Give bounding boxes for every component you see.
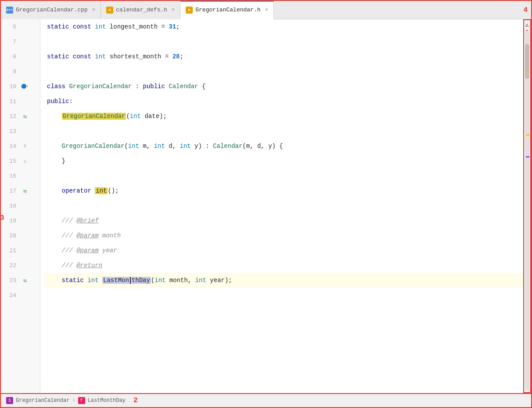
line-num-23: 23 (1, 277, 21, 284)
line-num-9: 9 (1, 68, 21, 75)
line-num-10: 10 (1, 83, 21, 90)
text-12: date); (141, 113, 167, 120)
gutter-row-9: 9 (1, 64, 40, 79)
fn-gregor-14: GregorianCalendar (62, 143, 125, 150)
code-line-19: /// @brief (45, 213, 523, 228)
gutter-row-21: 21 (1, 243, 40, 258)
code-line-10: class GregorianCalendar : public Calenda… (45, 79, 523, 94)
brace-10: { (198, 83, 206, 90)
tab-bar: C++ GregorianCalendar.cpp × H calendar_d… (1, 1, 531, 19)
code-line-18 (45, 198, 523, 213)
type-int-14a: int (128, 143, 139, 150)
paren-23: ( (151, 277, 155, 284)
line-num-11: 11 (1, 98, 21, 105)
comment-19a: /// (62, 217, 77, 224)
code-line-8: static const int shortest_month = 28; (45, 49, 523, 64)
gutter-row-23: 23 ⇆ (1, 273, 40, 288)
paren-12a: ( (126, 113, 129, 120)
indent-19 (47, 217, 62, 224)
gutter-row-11: 11 (1, 94, 40, 109)
text-14b: d, (165, 143, 180, 150)
type-int-23a: int (155, 277, 165, 284)
code-line-16 (45, 168, 523, 183)
indent-17 (47, 187, 62, 194)
marker-14: ▽ (21, 143, 29, 149)
tab-close-cpp[interactable]: × (92, 7, 95, 13)
type-int-14b: int (154, 143, 165, 150)
scroll-marker-yellow-2 (526, 134, 529, 136)
line-num-7: 7 (1, 39, 21, 45)
marker-10: 🔵↑ (21, 84, 29, 89)
text-17: (); (108, 187, 119, 194)
code-line-22: /// @return (45, 258, 523, 273)
type-int-23: int (87, 277, 98, 284)
status-fn-icon-label: f (80, 398, 83, 403)
line-num-15: 15 (1, 158, 21, 165)
text-14d: (m, d, y) { (242, 143, 283, 150)
semi-6: ; (176, 23, 180, 30)
cls-gregor-10: GregorianCalendar (69, 83, 132, 90)
line-num-18: 18 (1, 203, 21, 209)
space-23 (99, 277, 102, 284)
type-int-6: int (95, 23, 106, 30)
scrollbar[interactable]: ⚠️ 1 (523, 19, 531, 393)
fn-lastmonth-23a: LastMon (102, 277, 130, 284)
badge-4: 4 (523, 6, 531, 14)
fn-lastmonth-23b: thDay (131, 277, 151, 284)
semi-8: ; (180, 53, 183, 60)
kw-static-6: static (47, 23, 73, 30)
status-chevron: › (72, 397, 75, 404)
tab-calendar-defs[interactable]: H calendar_defs.h × (101, 1, 180, 19)
scroll-track[interactable] (525, 31, 529, 390)
line-num-6: 6 (1, 24, 21, 30)
type-int-23b: int (195, 277, 206, 284)
kw-const-8: const (73, 53, 95, 60)
type-int-12: int (130, 113, 141, 120)
tab-label-defs: calendar_defs.h (116, 7, 167, 13)
indent-20 (47, 232, 62, 239)
comment-tag-20: @param (76, 232, 98, 239)
comment-tag-19: @brief (76, 217, 98, 224)
colon-11: : (69, 98, 72, 105)
marker-17: ⇆ (21, 187, 29, 195)
line-num-16: 16 (1, 173, 21, 179)
badge-2: 2 (133, 397, 138, 404)
num-31: 31 (169, 23, 176, 30)
int-box-17: int (95, 187, 108, 194)
gutter-row-22: 22 (1, 258, 40, 273)
gutter-row-12: 12 ⇆ (1, 109, 40, 124)
tab-gregorian-h[interactable]: H GregorianCalendar.h × (180, 1, 273, 19)
code-line-23: static int LastMonthDay(int month, int y… (45, 273, 523, 288)
status-bar: S GregorianCalendar › f LastMonthDay 2 (1, 393, 531, 407)
code-line-24 (45, 288, 523, 303)
comment-tag-21: @param (76, 247, 98, 254)
line-num-21: 21 (1, 247, 21, 254)
paren-14a: ( (124, 143, 128, 150)
comment-20a: /// (62, 232, 77, 239)
indent-21 (47, 247, 62, 254)
text-23a: month, (166, 277, 195, 284)
gutter-row-7: 7 (1, 34, 40, 49)
badge-3: 3 (1, 214, 4, 222)
cls-calendar-14: Calendar (213, 143, 242, 150)
cls-calendar-10: Calendar (169, 83, 198, 90)
comment-22a: /// (62, 262, 77, 269)
h-icon-gregorian: H (186, 7, 193, 14)
type-int-8: int (95, 53, 106, 60)
status-class-label: GregorianCalendar (16, 397, 69, 404)
gutter-row-20: 20 (1, 228, 40, 243)
type-int-14c: int (180, 143, 191, 150)
status-fn-icon: f (78, 397, 85, 404)
tab-close-gregorian-h[interactable]: × (265, 7, 268, 13)
editor-window: C++ GregorianCalendar.cpp × H calendar_d… (0, 0, 532, 408)
gutter-row-10: 10 🔵↑ (1, 79, 40, 94)
code-line-6: static const int longest_month = 31; (45, 19, 523, 34)
warning-icon[interactable]: ⚠️ (523, 21, 531, 29)
code-line-9 (45, 64, 523, 79)
tab-close-defs[interactable]: × (172, 7, 175, 13)
indent-22 (47, 262, 62, 269)
code-editor[interactable]: static const int longest_month = 31; sta… (40, 19, 523, 393)
tab-gregorian-cpp[interactable]: C++ GregorianCalendar.cpp × (1, 1, 101, 19)
marker-12: ⇆ (21, 113, 29, 120)
code-line-15: } (45, 154, 523, 168)
